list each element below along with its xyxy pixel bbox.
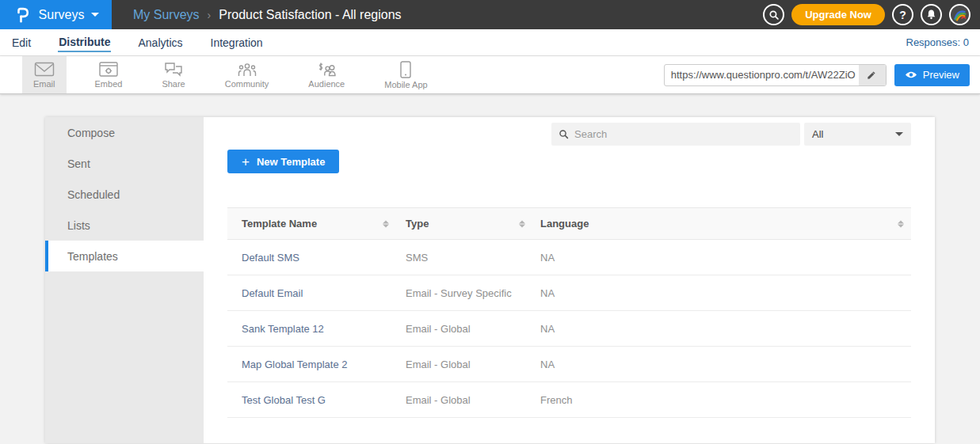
template-name-link[interactable]: Sank Template 12 [227, 311, 396, 347]
template-type: Email - Global [396, 311, 532, 347]
template-name-link[interactable]: Default Email [227, 275, 396, 311]
email-sidebar: Compose Sent Scheduled Lists Templates [45, 117, 204, 443]
survey-url-box [664, 64, 887, 86]
survey-nav: Edit Distribute Analytics Integration Re… [0, 29, 980, 56]
audience-icon [316, 62, 337, 78]
search-icon [559, 129, 569, 139]
tab-analytics[interactable]: Analytics [137, 34, 183, 51]
template-name-link[interactable]: Test Global Test G [227, 382, 396, 418]
notifications-button[interactable] [921, 4, 942, 25]
breadcrumb: My Surveys › Product Satisfaction - All … [133, 8, 402, 22]
template-search-input[interactable] [574, 128, 793, 140]
share-icon [164, 62, 183, 78]
chevron-down-icon [91, 13, 99, 17]
column-header-template-name[interactable]: Template Name [227, 208, 396, 240]
template-name-link[interactable]: Map Global Template 2 [227, 347, 396, 382]
new-template-button[interactable]: + New Template [227, 150, 339, 173]
table-row: Default Email Email - Survey Specific NA [227, 275, 911, 311]
email-distribute-card: Compose Sent Scheduled Lists Templates A… [45, 117, 935, 443]
pencil-icon [867, 70, 877, 80]
template-type: Email - Survey Specific [396, 275, 532, 311]
upgrade-now-button[interactable]: Upgrade Now [791, 4, 885, 25]
avatar-logo-icon [951, 6, 968, 23]
table-row: Sank Template 12 Email - Global NA [227, 311, 911, 347]
breadcrumb-my-surveys[interactable]: My Surveys [133, 8, 200, 22]
template-type: SMS [396, 240, 532, 275]
sort-icon [383, 220, 389, 227]
tab-integration[interactable]: Integration [210, 34, 264, 51]
user-avatar[interactable] [949, 4, 970, 25]
sort-icon [519, 220, 525, 227]
filter-selected-value: All [812, 128, 823, 140]
search-button[interactable] [763, 4, 784, 25]
template-language: NA [532, 240, 911, 275]
channel-audience[interactable]: Audience [297, 56, 356, 93]
sidebar-item-templates[interactable]: Templates [45, 241, 204, 271]
sidebar-item-lists[interactable]: Lists [45, 210, 204, 241]
sidebar-item-scheduled[interactable]: Scheduled [45, 179, 204, 210]
chevron-down-icon [895, 132, 903, 136]
channel-mobile-app[interactable]: Mobile App [373, 56, 438, 93]
channel-share[interactable]: Share [151, 56, 196, 93]
template-language: French [532, 382, 911, 418]
table-row: Test Global Test G Email - Global French [227, 382, 911, 418]
tab-distribute[interactable]: Distribute [58, 33, 111, 52]
template-type: Email - Global [396, 382, 532, 418]
templates-panel: All + New Template Template Name [204, 117, 935, 443]
sidebar-item-sent[interactable]: Sent [45, 148, 204, 179]
channel-email[interactable]: Email [22, 56, 67, 93]
template-filter-dropdown[interactable]: All [804, 123, 911, 146]
page-title: Product Satisfaction - All regions [219, 8, 401, 22]
plus-icon: + [242, 155, 250, 169]
survey-url-input[interactable] [665, 65, 859, 85]
breadcrumb-separator-icon: › [208, 9, 212, 21]
help-button[interactable]: ? [892, 4, 913, 25]
channel-embed[interactable]: Embed [84, 56, 134, 93]
template-controls: All [227, 123, 911, 146]
eye-icon [905, 70, 917, 79]
tab-edit[interactable]: Edit [11, 34, 32, 51]
template-language: NA [532, 347, 911, 382]
sidebar-item-compose[interactable]: Compose [45, 117, 204, 148]
mobile-app-icon [400, 61, 411, 78]
search-icon [768, 9, 780, 21]
edit-url-button[interactable] [859, 65, 886, 85]
distribute-toolbar: Email Embed Share [0, 56, 980, 94]
column-header-type[interactable]: Type [396, 208, 532, 240]
template-language: NA [532, 311, 911, 347]
email-icon [34, 62, 55, 78]
table-row: Default SMS SMS NA [227, 240, 911, 275]
template-language: NA [532, 275, 911, 311]
page-background: Compose Sent Scheduled Lists Templates A… [0, 94, 980, 443]
toolbar-right: Preview [664, 56, 980, 93]
community-icon [237, 62, 257, 78]
top-bar: Surveys My Surveys › Product Satisfactio… [0, 0, 980, 29]
templates-table: Template Name Type Language [227, 207, 911, 418]
product-name: Surveys [39, 8, 85, 22]
table-header-row: Template Name Type Language [227, 208, 911, 240]
template-search-box [551, 123, 800, 146]
template-name-link[interactable]: Default SMS [227, 240, 396, 275]
questionpro-logo-icon [13, 5, 32, 25]
template-type: Email - Global [396, 347, 532, 382]
topbar-actions: Upgrade Now ? [763, 4, 980, 25]
bell-icon [925, 9, 937, 21]
sort-icon [898, 220, 904, 227]
responses-count[interactable]: Responses: 0 [906, 36, 970, 48]
product-switcher[interactable]: Surveys [0, 0, 112, 29]
channel-community[interactable]: Community [214, 56, 280, 93]
table-row: Map Global Template 2 Email - Global NA [227, 347, 911, 382]
preview-button[interactable]: Preview [894, 64, 970, 86]
channel-tabs: Email Embed Share [22, 56, 456, 93]
question-mark-icon: ? [899, 9, 906, 21]
column-header-language[interactable]: Language [532, 208, 911, 240]
embed-icon [99, 62, 118, 78]
